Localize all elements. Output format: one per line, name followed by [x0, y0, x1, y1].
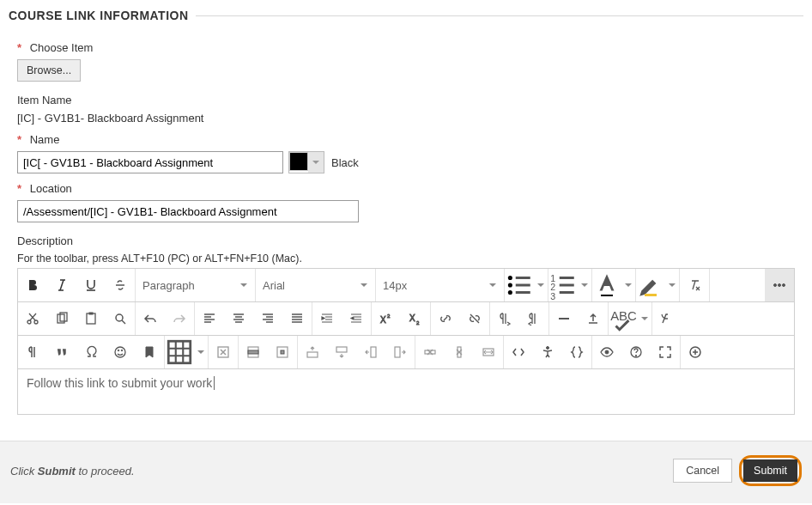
insert-col-after-button[interactable] [385, 336, 415, 368]
insert-col-before-button[interactable] [356, 336, 385, 368]
svg-point-2 [508, 290, 512, 295]
redo-icon [173, 312, 186, 326]
bold-button[interactable] [18, 269, 47, 301]
anchor-button[interactable] [135, 336, 164, 368]
preview-button[interactable] [592, 336, 621, 368]
plus-circle-icon [688, 345, 702, 359]
indent-button[interactable] [312, 302, 342, 335]
accessibility-button[interactable] [533, 336, 562, 368]
emoji-button[interactable] [106, 336, 135, 368]
footer-message: Click Submit to proceed. [10, 465, 135, 478]
svg-point-23 [121, 350, 123, 351]
table-cell-properties-button[interactable] [268, 336, 297, 368]
fullscreen-button[interactable] [651, 336, 680, 368]
color-dropdown-button[interactable] [308, 152, 324, 173]
add-content-button[interactable] [681, 336, 710, 368]
chevron-down-icon [580, 279, 589, 292]
table-row-properties-button[interactable] [239, 336, 268, 368]
text-caret [214, 376, 215, 390]
insert-link-button[interactable] [431, 302, 460, 335]
rich-text-editor: Paragraph Arial 14px 123 [17, 268, 795, 415]
svg-point-40 [635, 355, 636, 356]
delete-table-button[interactable] [209, 336, 238, 368]
merge-cells-button[interactable] [474, 336, 503, 368]
source-code-button[interactable] [504, 336, 533, 368]
formula-button[interactable] [652, 302, 682, 335]
find-button[interactable] [106, 302, 135, 335]
name-input[interactable] [17, 151, 283, 173]
row-delete-icon [423, 345, 437, 359]
code-sample-button[interactable] [562, 336, 591, 368]
list-bullet-icon [505, 271, 534, 300]
col-delete-icon [452, 345, 466, 359]
blockquote-button[interactable] [47, 336, 76, 368]
paste-icon [84, 312, 98, 326]
more-tools-button[interactable] [765, 269, 794, 301]
insert-table-button[interactable] [165, 336, 209, 368]
svg-rect-32 [371, 347, 376, 357]
text-color-button[interactable] [592, 269, 636, 301]
horizontal-rule-button[interactable] [549, 302, 579, 335]
row-before-icon [306, 345, 319, 359]
location-input[interactable] [17, 200, 359, 222]
insert-row-after-button[interactable] [327, 336, 356, 368]
svg-rect-30 [307, 352, 318, 357]
toolbar-row-2: X2 X2 ABC [18, 302, 794, 336]
italic-button[interactable] [47, 269, 76, 301]
font-family-value: Arial [263, 279, 285, 292]
editor-textarea[interactable]: Follow this link to submit your work [18, 369, 794, 414]
redo-button[interactable] [165, 302, 194, 335]
choose-item-label: * Choose Item [17, 41, 795, 54]
paragraph-button[interactable] [18, 336, 47, 368]
insert-row-before-button[interactable] [298, 336, 327, 368]
insert-file-button[interactable] [579, 302, 608, 335]
undo-button[interactable] [136, 302, 165, 335]
font-family-select[interactable]: Arial [256, 269, 376, 301]
submit-button[interactable]: Submit [743, 459, 797, 482]
remove-link-button[interactable] [460, 302, 489, 335]
ltr-button[interactable] [490, 302, 519, 335]
color-picker[interactable] [288, 151, 324, 173]
rtl-button[interactable] [519, 302, 548, 335]
delete-col-button[interactable] [445, 336, 474, 368]
help-button[interactable] [621, 336, 651, 368]
clear-formatting-button[interactable] [680, 269, 709, 301]
unordered-list-button[interactable] [505, 269, 548, 301]
browse-button[interactable]: Browse... [17, 59, 81, 82]
required-asterisk: * [17, 41, 21, 54]
superscript-button[interactable]: X2 [372, 302, 401, 335]
outdent-button[interactable] [342, 302, 371, 335]
description-help-text: For the toolbar, press ALT+F10 (PC) or A… [17, 252, 795, 265]
align-left-icon [203, 312, 216, 326]
delete-row-button[interactable] [415, 336, 445, 368]
table-icon [165, 338, 194, 367]
code-icon [512, 345, 525, 359]
align-right-button[interactable] [253, 302, 282, 335]
strikethrough-button[interactable] [106, 269, 135, 301]
highlight-color-button[interactable] [636, 269, 680, 301]
svg-text:X: X [380, 315, 386, 325]
font-size-select[interactable]: 14px [376, 269, 505, 301]
cancel-button[interactable]: Cancel [673, 459, 732, 483]
search-icon [113, 312, 127, 326]
copy-button[interactable] [47, 302, 76, 335]
special-char-button[interactable] [76, 336, 106, 368]
spellcheck-button[interactable]: ABC [609, 302, 652, 335]
cut-button[interactable] [18, 302, 47, 335]
underline-button[interactable] [76, 269, 106, 301]
align-justify-button[interactable] [282, 302, 312, 335]
svg-point-1 [508, 283, 512, 287]
subscript-button[interactable]: X2 [401, 302, 430, 335]
footer-bar: Click Submit to proceed. Cancel Submit [0, 441, 812, 503]
ordered-list-button[interactable]: 123 [548, 269, 592, 301]
table-cell-icon [276, 345, 289, 359]
svg-point-21 [115, 347, 125, 357]
choose-item-label-text: Choose Item [30, 41, 94, 54]
align-left-button[interactable] [195, 302, 224, 335]
align-center-button[interactable] [224, 302, 253, 335]
table-row-icon [246, 345, 260, 359]
block-format-select[interactable]: Paragraph [136, 269, 256, 301]
item-name-label: Item Name [17, 94, 795, 106]
eye-icon [600, 345, 614, 359]
paste-button[interactable] [76, 302, 106, 335]
